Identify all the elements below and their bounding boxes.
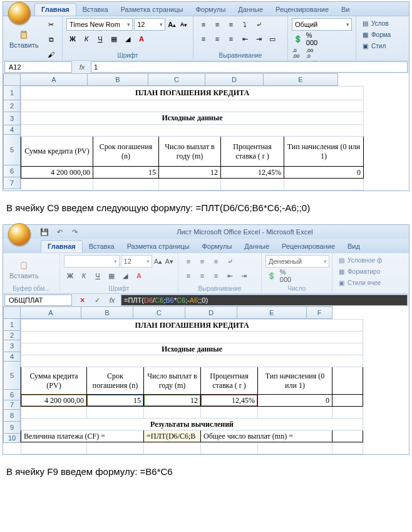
- row-header-6[interactable]: 6: [3, 165, 21, 177]
- cell[interactable]: Тип начисления (0 или 1): [258, 367, 332, 395]
- row-header-7[interactable]: 7: [3, 400, 21, 410]
- fx-button[interactable]: fx: [106, 294, 118, 306]
- row-header-3[interactable]: 3: [3, 112, 21, 125]
- select-all-triangle[interactable]: [3, 73, 21, 86]
- redo-button[interactable]: ↷: [68, 226, 81, 238]
- col-header-E[interactable]: E: [264, 73, 338, 86]
- merge-center-button[interactable]: ▭: [266, 33, 279, 45]
- col-header-E[interactable]: E: [237, 306, 307, 319]
- fx-button[interactable]: fx: [76, 61, 88, 73]
- cancel-button[interactable]: ✕: [76, 294, 88, 306]
- cond-format-button[interactable]: Услов: [371, 20, 389, 27]
- tab-review[interactable]: Рецензирование: [276, 241, 341, 253]
- tab-page-layout[interactable]: Разметка страницы: [121, 241, 196, 253]
- undo-button[interactable]: ↶: [53, 226, 66, 238]
- sheet-grid[interactable]: ABCDEF 12345678910 ПЛАН ПОГАШЕНИЯ КРЕДИТ…: [3, 306, 409, 454]
- col-header-A[interactable]: A: [21, 306, 81, 319]
- cell-styles-button[interactable]: Стил: [371, 43, 386, 50]
- save-button[interactable]: 💾: [38, 226, 51, 238]
- row-header-10[interactable]: 10: [3, 434, 21, 443]
- cell[interactable]: Процентная ставка ( r ): [201, 367, 258, 395]
- col-header-C[interactable]: C: [148, 73, 205, 86]
- indent-dec-button[interactable]: ⇤: [239, 33, 251, 45]
- row-header-5[interactable]: 5: [3, 362, 21, 390]
- row-header-1[interactable]: 1: [3, 319, 21, 331]
- tab-review[interactable]: Рецензирование: [269, 4, 335, 16]
- cell[interactable]: 0: [284, 167, 364, 179]
- bold-button[interactable]: Ж: [66, 33, 79, 45]
- underline-button[interactable]: Ч: [91, 269, 104, 282]
- cell[interactable]: 12,45%: [201, 395, 258, 407]
- row-header-6[interactable]: 6: [3, 390, 21, 400]
- font-color-button[interactable]: A: [133, 269, 145, 282]
- number-format-select[interactable]: Общий: [292, 18, 352, 31]
- tab-formulas[interactable]: Формулы: [195, 241, 238, 253]
- tab-insert[interactable]: Вставка: [83, 241, 121, 253]
- cell[interactable]: 15: [93, 167, 159, 179]
- number-format-select[interactable]: Денежный: [265, 255, 329, 268]
- tab-view[interactable]: Ви: [335, 4, 356, 16]
- italic-button[interactable]: К: [80, 33, 93, 45]
- borders-button[interactable]: ▦: [108, 33, 120, 45]
- cell[interactable]: Число выплат в году (m): [144, 367, 201, 395]
- font-size-select[interactable]: 12: [134, 18, 165, 31]
- select-all-triangle[interactable]: [3, 306, 21, 319]
- row-header-4[interactable]: 4: [3, 125, 21, 135]
- cell[interactable]: 0: [258, 395, 332, 407]
- col-header-B[interactable]: B: [88, 73, 148, 86]
- percent-button[interactable]: % 000: [306, 33, 318, 45]
- align-bottom-button[interactable]: ≡: [225, 18, 237, 31]
- cell[interactable]: Срок погашения (n): [87, 367, 144, 395]
- wrap-text-button[interactable]: ⤶: [252, 18, 265, 31]
- office-button[interactable]: [8, 2, 31, 24]
- cell[interactable]: 4 200 000,00: [21, 395, 87, 407]
- tab-page-layout[interactable]: Разметка страницы: [115, 4, 190, 16]
- paste-button[interactable]: Вставить: [7, 29, 41, 50]
- align-center-button[interactable]: ≡: [211, 33, 224, 45]
- inc-decimal-button[interactable]: ,0 ,00: [292, 47, 304, 60]
- cell[interactable]: 15: [87, 395, 144, 407]
- fill-color-button[interactable]: ◢: [121, 33, 134, 45]
- enter-button[interactable]: ✓: [91, 294, 103, 306]
- font-color-button[interactable]: A: [135, 33, 148, 45]
- tab-data[interactable]: Данные: [232, 4, 269, 16]
- cell[interactable]: [332, 367, 363, 395]
- format-table-button[interactable]: Форматиро: [348, 268, 380, 275]
- row-header-8[interactable]: 8: [3, 410, 21, 422]
- underline-button[interactable]: Ч: [94, 33, 106, 45]
- tab-formulas[interactable]: Формулы: [189, 4, 232, 16]
- tab-view[interactable]: Вид: [341, 241, 366, 253]
- row-header-9[interactable]: 9: [3, 422, 21, 434]
- formula-input[interactable]: =ПЛТ(D6/C6;B6*C6;-A6;;0): [121, 295, 408, 306]
- cell[interactable]: Срок погашения (n): [93, 137, 159, 167]
- italic-button[interactable]: К: [78, 269, 90, 282]
- row-header-7[interactable]: 7: [3, 177, 21, 189]
- cell[interactable]: 4 200 000,00: [21, 167, 93, 179]
- tab-insert[interactable]: Вставка: [76, 4, 115, 16]
- name-box[interactable]: ОБЩПЛАТ: [4, 295, 72, 306]
- shrink-font-button[interactable]: A▾: [178, 18, 189, 31]
- formula-input[interactable]: 1: [91, 61, 408, 73]
- align-top-button[interactable]: ≡: [197, 18, 210, 31]
- cell[interactable]: Сумма кредита (PV): [21, 137, 93, 167]
- row-header-1[interactable]: 1: [3, 86, 21, 100]
- copy-button[interactable]: ⧉: [45, 33, 58, 46]
- col-header-C[interactable]: C: [133, 306, 185, 319]
- tab-data[interactable]: Данные: [238, 241, 276, 253]
- col-header-A[interactable]: A: [21, 73, 88, 86]
- row-header-3[interactable]: 3: [3, 340, 21, 352]
- cell-c9-editing[interactable]: =ПЛТ(D6/C6;B: [144, 430, 201, 442]
- cell[interactable]: [332, 395, 363, 407]
- borders-button[interactable]: ▦: [105, 269, 118, 282]
- cond-format-button[interactable]: Условное ф: [348, 257, 382, 264]
- sheet-grid[interactable]: ABCDE 1234567 ПЛАН ПОГАШЕНИЯ КРЕДИТА Исх…: [3, 73, 409, 190]
- format-painter-button[interactable]: 🖌: [45, 48, 58, 61]
- cell[interactable]: 12: [144, 395, 201, 407]
- cell[interactable]: Сумма кредита (PV): [21, 367, 87, 395]
- office-button[interactable]: [8, 223, 31, 246]
- col-header-D[interactable]: D: [205, 73, 264, 86]
- col-header-D[interactable]: D: [185, 306, 237, 319]
- col-header-B[interactable]: B: [81, 306, 133, 319]
- align-middle-button[interactable]: ≡: [211, 18, 224, 31]
- currency-button[interactable]: 💲: [292, 33, 304, 45]
